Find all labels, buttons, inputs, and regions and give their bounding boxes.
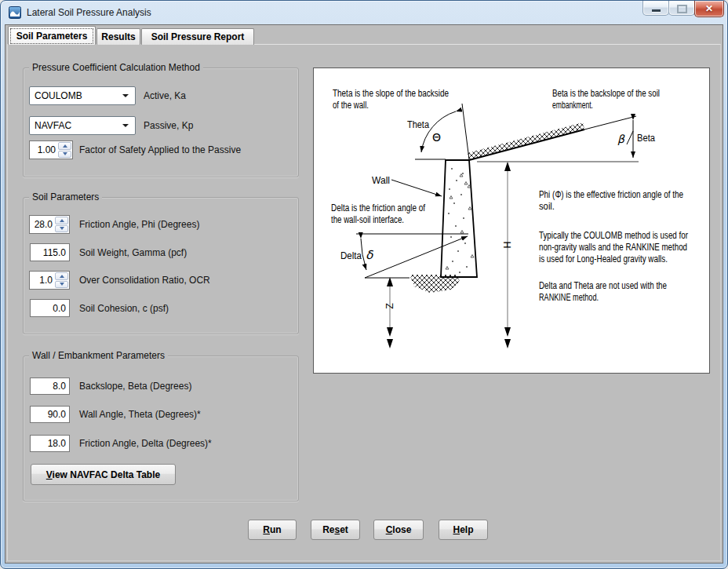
help-button[interactable]: Help <box>439 520 488 540</box>
spin-up-icon <box>60 219 64 222</box>
delta-note-line1: Delta is the friction angle of <box>331 202 425 213</box>
delta-note-line2: the wall-soil interface. <box>331 214 404 225</box>
dropdown-arrow-icon <box>122 94 129 97</box>
tab-soil-pressure-report[interactable]: Soil Pressure Report <box>141 28 254 45</box>
beta-note-line1: Beta is the backslope of the soil <box>552 88 660 99</box>
minimize-icon <box>652 9 661 12</box>
ocr-value: 1.0 <box>30 272 54 289</box>
diagram-panel: Theta is the slope of the backside of th… <box>313 67 710 374</box>
group-wall-embankment-title: Wall / Embankment Parameters <box>29 350 168 361</box>
phi-note-line2: soil. <box>539 201 555 212</box>
close-dialog-button[interactable]: Close <box>373 520 424 540</box>
factor-of-safety-value: 1.00 <box>30 141 57 159</box>
view-navfac-delta-table-button[interactable]: View NAVFAC Delta Table <box>31 464 176 485</box>
h-top-arrow <box>504 162 511 171</box>
wall-friction-field[interactable]: 18.0 <box>30 435 70 452</box>
active-method-label: Active, Ka <box>144 86 186 105</box>
theta-label: Theta <box>407 119 429 130</box>
cohesion-label: Soil Cohesion, c (psf) <box>79 299 169 318</box>
beta-label: Beta <box>637 133 655 144</box>
wall-backside-extension-line <box>462 104 469 159</box>
passive-method-label: Passive, Kp <box>144 116 193 135</box>
wall-leader-arrow <box>391 180 442 196</box>
titlebar[interactable]: Lateral Soil Pressure Analysis ✕ <box>1 1 727 24</box>
dropdown-arrow-icon <box>122 124 129 127</box>
tab-soil-parameters[interactable]: Soil Parameters <box>8 26 96 45</box>
spin-down-icon <box>60 227 64 230</box>
reset-button[interactable]: Reset <box>311 520 360 540</box>
wall-shape <box>441 160 477 277</box>
active-method-combobox[interactable]: COULOMB <box>29 86 136 105</box>
theta-note-line1: Theta is the slope of the backside <box>333 88 449 99</box>
embankment-surface-hatch <box>468 122 584 160</box>
delta-label: Delta <box>340 250 362 261</box>
wall-label: Wall <box>372 175 390 186</box>
tab-soil-pressure-report-label: Soil Pressure Report <box>151 31 245 42</box>
factor-of-safety-spinner[interactable]: 1.00 <box>29 140 73 159</box>
spin-up-button[interactable] <box>58 142 71 150</box>
method-note-line3: is used for Long-Healed gravity walls. <box>539 253 668 264</box>
soil-weight-field[interactable]: 115.0 <box>30 243 70 261</box>
spin-up-button[interactable] <box>55 272 68 280</box>
delta-symbol: δ <box>366 248 374 262</box>
beta-symbol: β <box>617 133 625 145</box>
ocr-label: Over Consolidation Ratio, OCR <box>79 271 210 290</box>
tab-results[interactable]: Results <box>96 28 140 45</box>
active-method-value: COULOMB <box>35 90 82 101</box>
passive-method-value: NAVFAC <box>35 120 71 131</box>
foundation-soil-hatch <box>410 275 460 293</box>
phi-note-line1: Phi (Φ) is the effective friction angle … <box>539 189 683 200</box>
wall-friction-label: Friction Angle, Delta (Degrees)* <box>79 434 212 453</box>
theta-note-line2: of the wall. <box>333 100 369 111</box>
spin-up-icon <box>63 144 67 148</box>
spin-up-icon <box>60 275 64 278</box>
spin-down-icon <box>60 283 64 286</box>
spin-down-button[interactable] <box>55 225 68 233</box>
spin-down-button[interactable] <box>55 281 68 289</box>
group-soil-parameters-title: Soil Parameters <box>29 191 102 202</box>
app-icon <box>9 6 21 19</box>
application-window: Lateral Soil Pressure Analysis ✕ Soil Pa… <box>0 0 728 569</box>
close-icon: ✕ <box>705 4 713 13</box>
window-frame: Lateral Soil Pressure Analysis ✕ Soil Pa… <box>0 0 728 569</box>
backslope-field[interactable]: 8.0 <box>30 378 70 395</box>
tab-focus-rect <box>10 28 93 44</box>
h-bottom-arrow-1 <box>504 327 511 337</box>
passive-method-combobox[interactable]: NAVFAC <box>29 116 136 135</box>
ocr-spinner[interactable]: 1.0 <box>29 271 70 290</box>
spin-down-button[interactable] <box>58 151 71 159</box>
beta-leader-tick <box>627 131 633 144</box>
embankment-slope-line <box>469 129 584 160</box>
spin-up-button[interactable] <box>55 217 68 224</box>
maximize-icon <box>677 5 687 13</box>
group-pressure-method-title: Pressure Coefficient Calculation Method <box>29 62 203 73</box>
tab-results-label: Results <box>101 31 135 42</box>
method-note-line2: non-gravity walls and the RANKINE method <box>539 242 687 253</box>
close-button[interactable]: ✕ <box>694 1 724 17</box>
backslope-label: Backslope, Beta (Degrees) <box>79 377 191 396</box>
h-bottom-arrow-2 <box>504 339 511 348</box>
spin-down-icon <box>63 152 67 155</box>
friction-angle-value: 28.0 <box>30 216 54 233</box>
theta-symbol: Θ <box>432 131 441 144</box>
embankment-slope-extension <box>584 116 636 129</box>
minimize-button[interactable] <box>642 1 669 16</box>
z-bottom-arrow-2 <box>387 339 393 348</box>
z-bottom-arrow-1 <box>387 327 393 337</box>
factor-of-safety-label: Factor of Safety Applied to the Passive <box>79 140 241 159</box>
rankine-note-line2: RANKINE method. <box>539 292 599 303</box>
window-title: Lateral Soil Pressure Analysis <box>27 7 151 18</box>
z-label: Z <box>384 303 395 309</box>
friction-angle-spinner[interactable]: 28.0 <box>29 215 70 234</box>
cohesion-field[interactable]: 0.0 <box>30 299 70 317</box>
beta-note-line2: embankment. <box>552 100 593 111</box>
maximize-button[interactable] <box>668 1 695 16</box>
rankine-note-line1: Delta and Theta are not used with the <box>539 280 667 291</box>
soil-weight-label: Soil Weight, Gamma (pcf) <box>79 243 187 262</box>
run-button[interactable]: Run <box>248 520 297 540</box>
method-note-line1: Typically the COULOMB method is used for <box>539 230 688 241</box>
z-top-arrow <box>387 277 393 286</box>
wall-angle-field[interactable]: 90.0 <box>30 406 70 423</box>
h-label: H <box>502 241 513 248</box>
friction-angle-label: Friction Angle, Phi (Degrees) <box>79 215 199 234</box>
